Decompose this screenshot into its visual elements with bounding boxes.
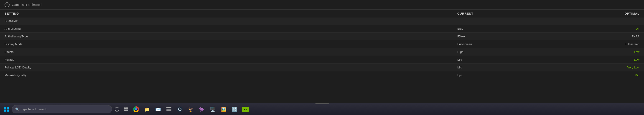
warning-bar: − Game isn't optimised bbox=[0, 0, 644, 10]
svg-text:NV: NV bbox=[244, 109, 247, 111]
section-header: IN-GAME bbox=[0, 18, 644, 25]
file-explorer-icon: 📁 bbox=[144, 106, 150, 112]
taskbar-calculator[interactable]: 🔢 bbox=[230, 104, 240, 114]
svg-rect-7 bbox=[124, 109, 126, 111]
task-view-icon bbox=[124, 107, 128, 111]
taskbar-search[interactable]: 🔍 Type here to search bbox=[12, 105, 112, 113]
svg-point-4 bbox=[115, 107, 119, 111]
warning-icon: − bbox=[4, 2, 10, 7]
svg-rect-11 bbox=[166, 110, 172, 111]
table-row: Anti-aliasing Type FXAA FXAA bbox=[0, 33, 644, 40]
current-value: Epic bbox=[457, 27, 594, 30]
setting-label: Foliage bbox=[4, 58, 457, 61]
taskbar-game2[interactable]: 👾 bbox=[197, 104, 207, 114]
setting-label: Display Mode bbox=[4, 42, 457, 46]
setting-label: Anti-aliasing bbox=[4, 27, 457, 30]
svg-rect-1 bbox=[6, 107, 9, 109]
photos-icon: 🖼️ bbox=[221, 106, 226, 112]
header-current: CURRENT bbox=[457, 12, 594, 15]
svg-rect-2 bbox=[4, 109, 6, 111]
current-value: High bbox=[457, 50, 594, 54]
svg-rect-8 bbox=[126, 109, 128, 111]
current-value: FXAA bbox=[457, 35, 594, 38]
steam-icon bbox=[177, 106, 183, 112]
hamburger-icon bbox=[166, 107, 172, 111]
taskbar-mail[interactable]: ✉️ bbox=[153, 104, 163, 114]
start-button[interactable] bbox=[2, 105, 11, 114]
taskbar: 🔍 Type here to search 📁 ✉️ bbox=[0, 103, 644, 115]
table-header: SETTING CURRENT OPTIMAL bbox=[0, 10, 644, 18]
table-row: Effects High Low bbox=[0, 48, 644, 56]
warning-text: Game isn't optimised bbox=[12, 3, 42, 7]
task-view-button[interactable] bbox=[122, 105, 130, 113]
optimal-value: FXAA bbox=[594, 35, 640, 38]
svg-rect-10 bbox=[166, 109, 172, 109]
taskbar-remote-desktop[interactable]: 🖥️ bbox=[208, 104, 218, 114]
optimal-value: Full-screen bbox=[594, 42, 640, 46]
current-value: Mid bbox=[457, 66, 594, 69]
game1-icon: 🦅 bbox=[188, 106, 194, 112]
svg-rect-3 bbox=[6, 109, 9, 111]
optimal-value: Low bbox=[594, 50, 640, 54]
search-icon: 🔍 bbox=[15, 107, 19, 111]
svg-rect-9 bbox=[166, 107, 172, 108]
table-row: Materials Quality Epic Mid bbox=[0, 71, 644, 79]
setting-label: Anti-aliasing Type bbox=[4, 35, 457, 38]
current-value: Mid bbox=[457, 58, 594, 61]
taskbar-settings[interactable] bbox=[164, 104, 174, 114]
table-row: Foliage LOD Quality Mid Very Low bbox=[0, 64, 644, 71]
cortana-button[interactable] bbox=[113, 105, 121, 113]
optimal-value: Mid bbox=[594, 73, 640, 77]
table-row: Display Mode Full-screen Full-screen bbox=[0, 40, 644, 48]
table-row: Anti-aliasing Epic Off bbox=[0, 25, 644, 33]
settings-table: SETTING CURRENT OPTIMAL IN-GAME Anti-ali… bbox=[0, 10, 644, 103]
taskbar-file-explorer[interactable]: 📁 bbox=[142, 104, 152, 114]
chrome-icon bbox=[133, 106, 139, 112]
cortana-icon bbox=[114, 107, 120, 112]
taskbar-photos[interactable]: 🖼️ bbox=[218, 104, 228, 114]
svg-rect-0 bbox=[4, 107, 6, 109]
taskbar-nvidia[interactable]: NV bbox=[240, 104, 250, 114]
table-row: Foliage Mid Low bbox=[0, 56, 644, 64]
taskbar-game1[interactable]: 🦅 bbox=[186, 104, 196, 114]
game2-icon: 👾 bbox=[199, 106, 205, 112]
search-placeholder-text: Type here to search bbox=[21, 107, 47, 111]
calculator-icon: 🔢 bbox=[232, 106, 238, 112]
optimal-value: Very Low bbox=[594, 66, 640, 69]
nvidia-icon: NV bbox=[242, 107, 249, 112]
svg-rect-5 bbox=[124, 107, 126, 109]
mail-icon: ✉️ bbox=[155, 106, 161, 112]
optimal-value: Low bbox=[594, 58, 640, 61]
svg-rect-6 bbox=[126, 107, 128, 109]
taskbar-chrome[interactable] bbox=[131, 104, 141, 114]
remote-desktop-icon: 🖥️ bbox=[210, 106, 216, 112]
header-optimal: OPTIMAL bbox=[594, 12, 640, 15]
setting-label: Effects bbox=[4, 50, 457, 54]
windows-logo-icon bbox=[4, 107, 9, 111]
header-setting: SETTING bbox=[4, 12, 457, 15]
current-value: Full-screen bbox=[457, 42, 594, 46]
current-value: Epic bbox=[457, 73, 594, 77]
scroll-indicator bbox=[315, 103, 329, 104]
optimal-value: Off bbox=[594, 27, 640, 30]
svg-point-14 bbox=[180, 107, 180, 108]
taskbar-steam[interactable] bbox=[175, 104, 185, 114]
setting-label: Foliage LOD Quality bbox=[4, 66, 457, 69]
setting-label: Materials Quality bbox=[4, 73, 457, 77]
